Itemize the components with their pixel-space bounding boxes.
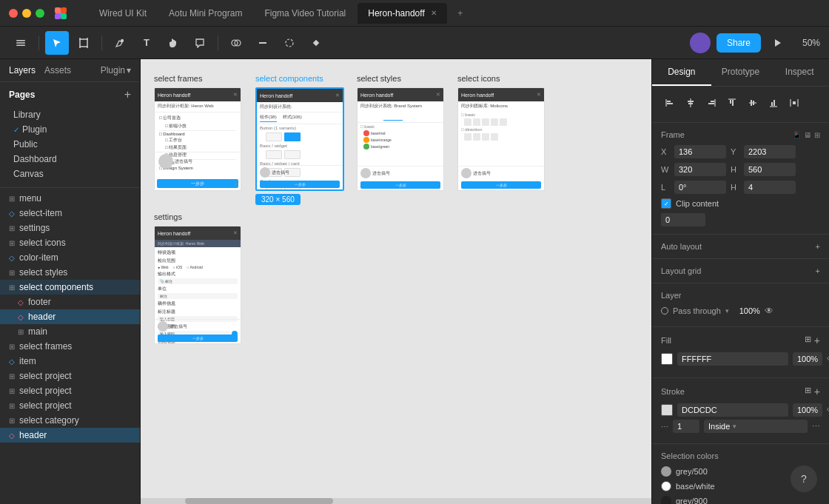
layout-grid-label: Layout grid xyxy=(661,266,701,275)
frame-settings[interactable]: Heron handoff ✕ 同步到设计框架: Heron Web 特设选项 … xyxy=(154,226,241,344)
layers-tab[interactable]: Layers xyxy=(9,65,36,75)
blend-mode-button[interactable] xyxy=(278,31,301,55)
h-input[interactable] xyxy=(744,163,796,176)
distribute-button[interactable] xyxy=(785,94,803,112)
corner-radius-input[interactable] xyxy=(661,213,705,226)
frame-select-frames[interactable]: Heron handoff ✕ 同步到设计框架: Heron Web □ 公司首… xyxy=(154,87,241,191)
fill-opacity-input[interactable] xyxy=(793,352,822,366)
menu-button[interactable] xyxy=(9,31,33,55)
y-input[interactable] xyxy=(744,145,796,158)
stroke-more-icon[interactable]: ⋯ xyxy=(812,422,820,431)
tab-wired-ui-kit[interactable]: Wired UI Kit xyxy=(89,3,157,24)
frame-select-styles[interactable]: Heron handoff ✕ 同步到设计系统: Brand System 组件… xyxy=(357,87,444,191)
frame-desktop-icon[interactable]: 🖥 xyxy=(804,131,811,139)
minimize-dot[interactable] xyxy=(22,9,31,18)
present-button[interactable] xyxy=(767,33,788,53)
align-center-h-button[interactable] xyxy=(682,94,699,112)
page-dashboard[interactable]: Dashboard xyxy=(9,152,131,167)
add-layout-grid-button[interactable]: + xyxy=(816,266,820,275)
page-public[interactable]: Public xyxy=(9,137,131,152)
close-dot[interactable] xyxy=(9,9,18,18)
sel-color-grey900[interactable]: grey/900 xyxy=(661,496,820,504)
opacity-input[interactable] xyxy=(734,306,760,315)
add-stroke-button[interactable]: + xyxy=(814,386,820,397)
frame-select-icons[interactable]: Heron handoff ✕ 同步到图标库: Molicons □ basic xyxy=(457,87,545,191)
clip-content-checkbox[interactable]: ✓ xyxy=(661,198,671,209)
visibility-toggle[interactable]: 👁 xyxy=(765,306,773,316)
move-tool-button[interactable] xyxy=(45,31,69,55)
layer-select-project-3[interactable]: ⊞ select project xyxy=(0,398,140,413)
tab-aotu[interactable]: Aotu Mini Program xyxy=(158,3,252,24)
page-library[interactable]: Library xyxy=(9,107,131,122)
boolean-subtract-button[interactable] xyxy=(251,31,275,55)
frame-mobile-icon[interactable]: 📱 xyxy=(792,131,801,139)
hand-tool-button[interactable] xyxy=(161,31,185,55)
corner-input[interactable] xyxy=(744,181,796,194)
assets-tab[interactable]: Assets xyxy=(44,65,71,75)
align-right-button[interactable] xyxy=(702,94,720,112)
plugin-button[interactable]: Plugin ▾ xyxy=(101,65,131,75)
page-plugin[interactable]: ✓ Plugin xyxy=(9,122,131,137)
page-canvas[interactable]: Canvas xyxy=(9,167,131,181)
zoom-level[interactable]: 50% xyxy=(793,38,820,48)
layer-select-frames[interactable]: ⊞ select frames xyxy=(0,339,140,354)
layer-item[interactable]: ◇ item xyxy=(0,354,140,369)
design-tab[interactable]: Design xyxy=(652,59,711,86)
frame-expand-icon[interactable]: ⊞ xyxy=(814,131,820,139)
help-button[interactable]: ? xyxy=(791,466,817,492)
comment-tool-button[interactable] xyxy=(188,31,212,55)
stroke-position-dropdown[interactable]: Inside ▾ xyxy=(704,420,808,433)
layer-menu[interactable]: ⊞ menu xyxy=(0,191,140,206)
rotation-input[interactable] xyxy=(674,181,726,194)
frame-tool-button[interactable] xyxy=(72,31,95,55)
layer-main[interactable]: ⊞ main xyxy=(0,324,140,339)
stroke-color-input[interactable] xyxy=(677,403,788,417)
tab-close-icon[interactable]: ✕ xyxy=(431,9,437,17)
fill-color-input[interactable] xyxy=(677,352,788,366)
layer-select-styles[interactable]: ⊞ select styles xyxy=(0,265,140,280)
stroke-color-swatch[interactable] xyxy=(661,404,673,416)
layer-select-item[interactable]: ◇ select-item xyxy=(0,206,140,221)
scrollbar-thumb[interactable] xyxy=(185,498,333,504)
stroke-dots-icon: ⋯ xyxy=(661,423,668,431)
layer-footer[interactable]: ◇ footer xyxy=(0,295,140,309)
stroke-opacity-input[interactable] xyxy=(793,403,822,417)
layer-header-2[interactable]: ◇ header xyxy=(0,428,140,443)
inspect-tab[interactable]: Inspect xyxy=(770,59,829,86)
frame-select-components[interactable]: Heron handoff ✕ 同步到设计系统: 组件(38) 样式(106) … xyxy=(255,87,344,191)
align-middle-button[interactable] xyxy=(744,94,762,112)
fill-grid-icon[interactable]: ⊞ xyxy=(805,335,811,346)
add-auto-layout-button[interactable]: + xyxy=(816,242,820,251)
boolean-union-button[interactable] xyxy=(224,31,248,55)
tab-figma-video[interactable]: Figma Video Tutorial xyxy=(254,3,356,24)
stroke-weight-input[interactable] xyxy=(673,420,699,433)
layer-select-project-1[interactable]: ⊞ select project xyxy=(0,369,140,383)
prototype-tab[interactable]: Prototype xyxy=(711,59,771,86)
type-tool-button[interactable]: T xyxy=(135,31,158,55)
share-button[interactable]: Share xyxy=(716,33,761,53)
align-left-button[interactable] xyxy=(661,94,679,112)
pen-tool-button[interactable] xyxy=(108,31,132,55)
layer-header[interactable]: ◇ header xyxy=(0,309,140,324)
pass-through-caret[interactable]: ▾ xyxy=(725,307,729,315)
layer-color-item[interactable]: ◇ color-item xyxy=(0,250,140,265)
component-button[interactable] xyxy=(304,31,328,55)
fill-color-swatch[interactable] xyxy=(661,353,673,365)
add-fill-button[interactable]: + xyxy=(814,335,820,346)
horizontal-scrollbar[interactable] xyxy=(141,498,651,504)
layer-select-category[interactable]: ⊞ select category xyxy=(0,413,140,428)
w-input[interactable] xyxy=(674,163,726,176)
layer-select-icons[interactable]: ⊞ select icons xyxy=(0,235,140,250)
x-input[interactable] xyxy=(674,145,726,158)
align-bottom-button[interactable] xyxy=(765,94,782,112)
maximize-dot[interactable] xyxy=(36,9,44,18)
add-page-button[interactable]: + xyxy=(124,88,131,101)
layer-select-components[interactable]: ⊞ select components xyxy=(0,280,140,295)
stroke-grid-icon[interactable]: ⊞ xyxy=(805,386,811,397)
layer-settings[interactable]: ⊞ settings xyxy=(0,221,140,235)
align-top-button[interactable] xyxy=(723,94,741,112)
add-tab-button[interactable]: + xyxy=(452,4,469,22)
canvas-area[interactable]: select frames Heron handoff ✕ 同步到设计框架: H… xyxy=(141,59,651,504)
tab-heron-handoff[interactable]: Heron-handoff ✕ xyxy=(358,3,447,24)
layer-select-project-2[interactable]: ⊞ select project xyxy=(0,383,140,398)
